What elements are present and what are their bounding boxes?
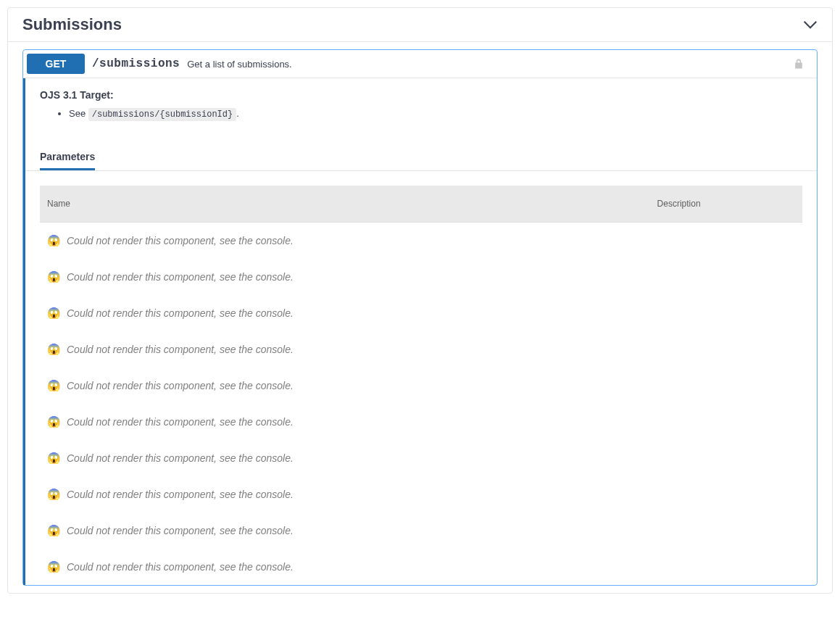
scream-icon: 😱: [47, 415, 61, 428]
error-message: Could not render this component, see the…: [67, 380, 294, 391]
table-row: 😱Could not render this component, see th…: [40, 404, 802, 440]
parameters-table: Name Description 😱Could not render this …: [40, 186, 802, 585]
operation-summary-row[interactable]: GET /submissions Get a list of submissio…: [23, 50, 817, 78]
table-row: 😱Could not render this component, see th…: [40, 368, 802, 404]
scream-icon: 😱: [47, 343, 61, 356]
error-message: Could not render this component, see the…: [67, 525, 294, 536]
table-row: 😱Could not render this component, see th…: [40, 512, 802, 549]
error-message: Could not render this component, see the…: [67, 271, 294, 283]
lock-icon[interactable]: [791, 57, 806, 71]
table-row: 😱Could not render this component, see th…: [40, 476, 802, 512]
parameters-table-wrap: Name Description 😱Could not render this …: [25, 171, 817, 585]
error-cell: 😱Could not render this component, see th…: [40, 404, 802, 440]
tag-title: Submissions: [22, 15, 122, 34]
operation-description: OJS 3.1 Target: See /submissions/{submis…: [25, 78, 817, 130]
scream-icon: 😱: [47, 560, 61, 573]
error-message: Could not render this component, see the…: [67, 344, 294, 355]
http-method-badge: GET: [27, 54, 85, 74]
tag-header[interactable]: Submissions: [8, 8, 832, 42]
error-cell: 😱Could not render this component, see th…: [40, 295, 802, 331]
operation-summary-text: Get a list of submissions.: [187, 59, 292, 70]
column-header-description: Description: [650, 186, 802, 223]
see-suffix: .: [236, 108, 239, 119]
list-item: See /submissions/{submissionId}.: [69, 108, 802, 120]
table-row: 😱Could not render this component, see th…: [40, 259, 802, 295]
scream-icon: 😱: [47, 234, 61, 247]
operation-block: GET /submissions Get a list of submissio…: [22, 49, 818, 586]
error-cell: 😱Could not render this component, see th…: [40, 223, 802, 260]
error-cell: 😱Could not render this component, see th…: [40, 549, 802, 585]
error-cell: 😱Could not render this component, see th…: [40, 259, 802, 295]
parameters-section: Parameters Name Description 😱Could: [25, 145, 817, 585]
error-message: Could not render this component, see the…: [67, 452, 294, 464]
table-row: 😱Could not render this component, see th…: [40, 549, 802, 585]
tag-section: Submissions GET /submissions Get a list …: [7, 7, 833, 594]
error-message: Could not render this component, see the…: [67, 561, 294, 573]
scream-icon: 😱: [47, 488, 61, 501]
error-cell: 😱Could not render this component, see th…: [40, 512, 802, 549]
error-message: Could not render this component, see the…: [67, 416, 294, 428]
error-message: Could not render this component, see the…: [67, 235, 294, 246]
scream-icon: 😱: [47, 524, 61, 537]
error-message: Could not render this component, see the…: [67, 489, 294, 500]
table-row: 😱Could not render this component, see th…: [40, 331, 802, 368]
scream-icon: 😱: [47, 452, 61, 465]
description-list: See /submissions/{submissionId}.: [40, 108, 802, 120]
see-prefix: See: [69, 108, 88, 119]
see-path-code: /submissions/{submissionId}: [88, 108, 236, 121]
scream-icon: 😱: [47, 307, 61, 320]
table-row: 😱Could not render this component, see th…: [40, 223, 802, 260]
error-cell: 😱Could not render this component, see th…: [40, 476, 802, 512]
tab-parameters[interactable]: Parameters: [40, 145, 95, 170]
table-row: 😱Could not render this component, see th…: [40, 295, 802, 331]
chevron-down-icon: [803, 17, 818, 32]
operations-list: GET /submissions Get a list of submissio…: [8, 49, 832, 593]
error-cell: 😱Could not render this component, see th…: [40, 368, 802, 404]
error-message: Could not render this component, see the…: [67, 307, 294, 319]
target-heading: OJS 3.1 Target:: [40, 89, 802, 101]
operation-body: OJS 3.1 Target: See /submissions/{submis…: [23, 78, 817, 585]
table-row: 😱Could not render this component, see th…: [40, 440, 802, 476]
column-header-name: Name: [40, 186, 650, 223]
scream-icon: 😱: [47, 379, 61, 392]
operation-path: /submissions: [92, 57, 180, 70]
tabs-row: Parameters: [25, 145, 817, 171]
error-cell: 😱Could not render this component, see th…: [40, 331, 802, 368]
error-cell: 😱Could not render this component, see th…: [40, 440, 802, 476]
scream-icon: 😱: [47, 270, 61, 283]
parameters-tbody: 😱Could not render this component, see th…: [40, 223, 802, 586]
